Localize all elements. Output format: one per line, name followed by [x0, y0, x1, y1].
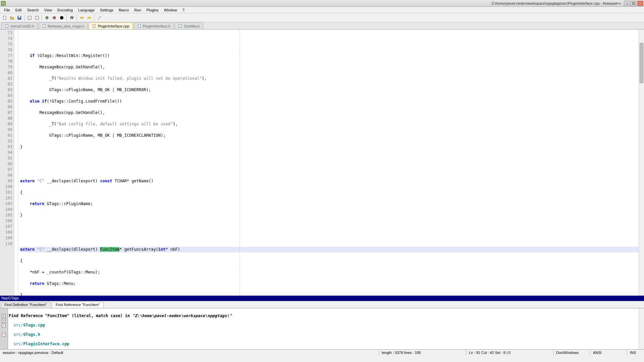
file-icon: [42, 24, 46, 28]
code-line: return GTags::cPluginName;: [20, 201, 639, 207]
tab-label: Scintilla.h: [184, 24, 200, 28]
tool-icon[interactable]: [86, 14, 93, 21]
search-tab-reference[interactable]: Find Reference "FuncItem": [52, 302, 104, 308]
code-editor[interactable]: if (GTags::ResultWin::Register()) Messag…: [18, 29, 639, 296]
tool-icon[interactable]: [26, 14, 33, 21]
tab-label: Notepad_plus_msgs.h: [48, 24, 84, 28]
record-icon[interactable]: [58, 14, 65, 21]
toolbar-separator: [42, 15, 42, 21]
menu-settings[interactable]: Settings: [97, 7, 116, 13]
tab-label: PluginInterface.cpp: [98, 24, 129, 28]
line-number-gutter: 7374757677787980818283848586878889909192…: [0, 29, 14, 296]
line-number: 80: [0, 70, 12, 76]
file-icon: [5, 24, 9, 28]
menubar: File Edit Search View Encoding Language …: [0, 7, 644, 13]
line-number: 110: [0, 241, 12, 247]
svg-rect-14: [80, 17, 84, 19]
results-file[interactable]: src/GTags.cpp: [9, 323, 638, 327]
scrollbar-thumb[interactable]: [640, 43, 643, 83]
line-number: 103: [0, 201, 12, 207]
line-number: 87: [0, 110, 12, 116]
menu-edit[interactable]: Edit: [13, 7, 24, 13]
line-number: 106: [0, 218, 12, 224]
line-number: 79: [0, 64, 12, 70]
minimize-button[interactable]: [624, 1, 630, 6]
svg-rect-3: [633, 2, 635, 4]
menu-help[interactable]: ?: [180, 7, 187, 13]
toolbar: H: [0, 13, 644, 22]
tool-icon[interactable]: [96, 14, 103, 21]
tab-plugininterface-cpp[interactable]: PluginInterface.cpp: [89, 22, 133, 29]
close-button[interactable]: [637, 1, 643, 6]
status-encoding: ANSI: [590, 350, 627, 355]
line-number: 98: [0, 173, 12, 178]
status-length: length : 5378 lines : 195: [379, 350, 466, 355]
status-eol: Dos\Windows: [553, 350, 590, 355]
fold-margin[interactable]: [14, 29, 18, 296]
tool-icon[interactable]: [34, 14, 40, 21]
menu-macro[interactable]: Macro: [116, 7, 132, 13]
menu-view[interactable]: View: [42, 7, 55, 13]
tool-icon[interactable]: [78, 14, 85, 21]
line-number: 89: [0, 121, 12, 127]
line-number: 99: [0, 178, 12, 184]
line-number: 102: [0, 195, 12, 201]
code-line: _T("Bad config file, default settings wi…: [20, 121, 639, 127]
line-number: 77: [0, 53, 12, 59]
line-number: 96: [0, 161, 12, 167]
code-line: if (GTags::ResultWin::Register()): [20, 53, 639, 59]
svg-rect-9: [28, 16, 31, 19]
svg-rect-6: [3, 16, 6, 19]
menu-language[interactable]: Language: [75, 7, 97, 13]
search-tab-definition[interactable]: Find Definition "FuncItem": [1, 302, 51, 308]
results-file[interactable]: src/PluginInterface.cpp: [9, 342, 638, 346]
menu-encoding[interactable]: Encoding: [55, 7, 75, 13]
svg-rect-10: [35, 16, 39, 19]
code-line: [20, 224, 639, 230]
file-icon: [138, 24, 142, 28]
tab-scintilla[interactable]: Scintilla.h: [175, 22, 203, 29]
vertical-scrollbar[interactable]: [639, 29, 644, 296]
code-line: }: [20, 144, 639, 150]
tool-icon[interactable]: [51, 14, 58, 21]
file-icon: [178, 24, 182, 28]
svg-point-13: [60, 16, 63, 19]
search-results-content[interactable]: Find Reference "FuncItem" (literal, matc…: [8, 308, 639, 349]
svg-rect-17: [43, 24, 45, 27]
line-number: 75: [0, 42, 12, 47]
toolbar-separator: [24, 15, 25, 21]
svg-rect-20: [179, 24, 181, 27]
save-file-icon[interactable]: [16, 14, 23, 21]
new-file-icon[interactable]: [1, 14, 8, 21]
tab-plugininterface-h[interactable]: PluginInterface.h: [134, 22, 174, 29]
line-number: 81: [0, 76, 12, 81]
code-line: MessageBox(npp.GetHandle(),: [20, 64, 639, 70]
menu-plugins[interactable]: Plugins: [144, 7, 161, 13]
tab-menucmdid[interactable]: menuCmdID.h: [1, 22, 38, 29]
tab-notepad-plus-msgs[interactable]: Notepad_plus_msgs.h: [39, 22, 88, 29]
results-scrollbar[interactable]: [639, 308, 644, 349]
line-number: 73: [0, 30, 12, 36]
line-number: 107: [0, 224, 12, 230]
line-number: 97: [0, 167, 12, 173]
menu-run[interactable]: Run: [131, 7, 144, 13]
open-file-icon[interactable]: [9, 14, 15, 21]
menu-window[interactable]: Window: [161, 7, 180, 13]
results-file[interactable]: src/GTags.h: [9, 332, 638, 337]
line-number: 78: [0, 59, 12, 64]
results-tree-margin[interactable]: [0, 308, 8, 349]
status-session: session : nppgtags previous : Default: [0, 350, 379, 355]
line-number: 82: [0, 81, 12, 87]
tool-icon[interactable]: [44, 14, 50, 21]
svg-rect-15: [88, 17, 91, 19]
code-line: _T("Results Window init failed, plugin w…: [20, 76, 639, 81]
code-line: MessageBox(npp.GetHandle(),: [20, 110, 639, 116]
code-line: [20, 167, 639, 173]
maximize-button[interactable]: [631, 1, 637, 6]
toolbar-separator: [66, 15, 67, 21]
h-icon[interactable]: H: [68, 14, 75, 21]
line-number: 83: [0, 87, 12, 93]
menu-search[interactable]: Search: [24, 7, 42, 13]
menu-file[interactable]: File: [1, 7, 13, 13]
line-number: 92: [0, 138, 12, 144]
